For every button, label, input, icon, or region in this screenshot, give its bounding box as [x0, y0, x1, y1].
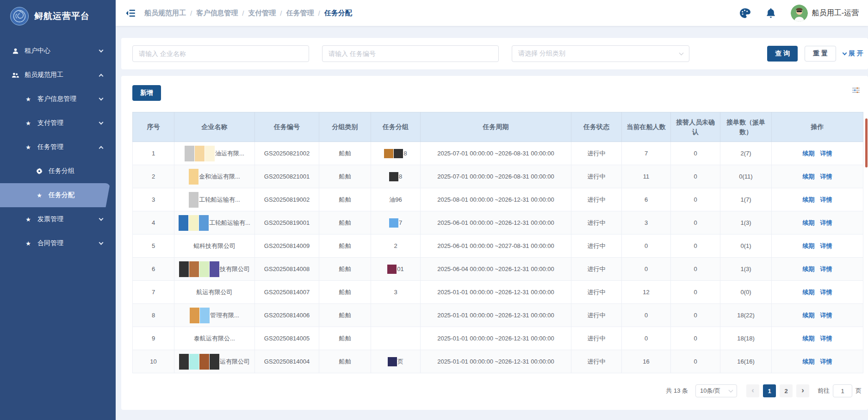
column-settings-icon[interactable]: [852, 87, 860, 95]
cell-company-text: 油运有限...: [215, 149, 244, 158]
detail-link[interactable]: 详情: [820, 242, 832, 249]
sidebar-item-label: 支付管理: [37, 119, 63, 127]
detail-link[interactable]: 详情: [820, 312, 832, 319]
renew-link[interactable]: 续期: [803, 196, 815, 203]
cell-company: 技有限公司: [174, 258, 255, 281]
renew-link[interactable]: 续期: [803, 150, 815, 157]
sidebar-item-crew-employment[interactable]: 船员规范用工: [0, 63, 116, 87]
cell-seq: 9: [133, 327, 174, 350]
redaction-block: [179, 354, 189, 370]
sidebar-item-task-assign[interactable]: ★任务分配: [0, 183, 110, 207]
company-name-input[interactable]: [132, 45, 309, 62]
sidebar-item-task-mgmt[interactable]: ★任务管理: [0, 135, 116, 159]
cell-task-no: GS20250814005: [255, 327, 319, 350]
cell-task-group: 7: [371, 211, 421, 235]
renew-link[interactable]: 续期: [803, 358, 815, 365]
renew-link[interactable]: 续期: [803, 266, 815, 272]
cell-task-group-text: 2: [394, 242, 397, 249]
renew-link[interactable]: 续期: [803, 242, 815, 249]
group-category-placeholder: 请选择 分组类别: [518, 49, 565, 58]
detail-link[interactable]: 详情: [820, 150, 832, 157]
group-category-select[interactable]: 请选择 分组类别: [512, 45, 689, 62]
detail-link[interactable]: 详情: [820, 358, 832, 365]
cell-category: 船舶: [319, 165, 371, 188]
user-menu[interactable]: 船员用工-运营: [791, 5, 859, 22]
cell-task-group: 2: [371, 235, 421, 258]
cell-onboard-count: 0: [622, 304, 671, 327]
sidebar-item-task-group[interactable]: 任务分组: [0, 159, 116, 183]
renew-link[interactable]: 续期: [803, 312, 815, 319]
sidebar-item-customer-info[interactable]: ★客户信息管理: [0, 87, 116, 111]
sidebar-item-payment-mgmt[interactable]: ★支付管理: [0, 111, 116, 135]
breadcrumb-item[interactable]: 船员规范用工: [144, 9, 186, 18]
reset-button[interactable]: 重 置: [805, 46, 836, 62]
notifications-bell-icon[interactable]: [766, 7, 776, 19]
cell-company-text: 管理有限...: [210, 311, 239, 320]
add-button[interactable]: 新增: [132, 85, 161, 101]
breadcrumb-item[interactable]: 客户信息管理: [196, 9, 238, 18]
next-page-button[interactable]: ›: [796, 384, 809, 397]
renew-link[interactable]: 续期: [803, 335, 815, 342]
sidebar-item-contract-mgmt[interactable]: ★合同管理: [0, 231, 116, 255]
breadcrumb-item[interactable]: 任务分配: [324, 9, 352, 18]
page-size-select[interactable]: 10条/页: [695, 384, 737, 397]
detail-link[interactable]: 详情: [820, 173, 832, 180]
breadcrumb-separator: /: [242, 9, 244, 17]
table-toolbar: 新增: [132, 85, 863, 101]
detail-link[interactable]: 详情: [820, 335, 832, 342]
cell-company-text: 工轮船运输有...: [209, 219, 250, 227]
renew-link[interactable]: 续期: [803, 289, 815, 296]
detail-link[interactable]: 详情: [820, 289, 832, 296]
sidebar-item-tenant-center[interactable]: 租户中心: [0, 39, 116, 63]
page-buttons: 12: [761, 384, 794, 397]
cell-company: 运有限公司: [174, 350, 255, 373]
column-header: 接替人员未确认: [671, 112, 720, 142]
detail-link[interactable]: 详情: [820, 266, 832, 272]
cell-unconfirmed-count: 0: [671, 165, 720, 188]
cell-unconfirmed-count: 0: [671, 327, 720, 350]
redaction-block: [388, 357, 397, 366]
cell-task-no: GS20250814009: [255, 235, 319, 258]
cell-company: 工轮船运输有...: [174, 211, 255, 235]
detail-link[interactable]: 详情: [820, 196, 832, 203]
cell-category: 船舶: [319, 235, 371, 258]
redaction-block: [210, 354, 219, 370]
redaction-block: [179, 261, 189, 277]
page-button-2[interactable]: 2: [780, 384, 793, 397]
cell-actions: 续期详情: [772, 304, 863, 327]
table-card: 新增: [121, 76, 868, 410]
column-header: 当前在船人数: [622, 112, 671, 142]
cell-task-group-text: 油96: [389, 196, 402, 204]
sidebar-collapse-icon[interactable]: [126, 9, 135, 17]
prev-page-button[interactable]: ‹: [746, 384, 759, 397]
sidebar-item-invoice-mgmt[interactable]: ★发票管理: [0, 207, 116, 231]
expand-link[interactable]: 展 开: [843, 49, 863, 58]
sidebar-item-label: 发票管理: [37, 215, 63, 223]
gear-icon: [35, 168, 43, 174]
renew-link[interactable]: 续期: [803, 173, 815, 180]
cell-actions: 续期详情: [772, 350, 863, 373]
cell-onboard-count: 7: [622, 142, 671, 165]
breadcrumb-item[interactable]: 任务管理: [286, 9, 314, 18]
goto-page-input[interactable]: [833, 384, 852, 397]
star-icon: ★: [24, 96, 32, 103]
detail-link[interactable]: 详情: [820, 219, 832, 226]
cell-status: 进行中: [571, 142, 622, 165]
table-row: 10运有限公司GS20250814004船舶页2025-01-01 00:00:…: [133, 350, 863, 373]
theme-palette-icon[interactable]: [739, 8, 751, 19]
breadcrumb-item[interactable]: 支付管理: [248, 9, 276, 18]
cell-task-group: 油96: [371, 188, 421, 211]
page-button-1[interactable]: 1: [763, 384, 776, 397]
cell-seq: 2: [133, 165, 174, 188]
redaction-block: [210, 261, 219, 277]
total-count: 共 13 条: [666, 387, 688, 395]
scrollbar-thumb[interactable]: [865, 118, 868, 167]
cell-unconfirmed-count: 0: [671, 281, 720, 304]
table-row: 8管理有限...GS20250814006船舶2025-01-01 00:00:…: [133, 304, 863, 327]
cell-actions: 续期详情: [772, 327, 863, 350]
task-no-input[interactable]: [322, 45, 499, 62]
cell-company-text: 泰航运有限公...: [194, 334, 235, 343]
redaction-block: [199, 354, 209, 370]
search-button[interactable]: 查 询: [767, 46, 798, 62]
renew-link[interactable]: 续期: [803, 219, 815, 226]
